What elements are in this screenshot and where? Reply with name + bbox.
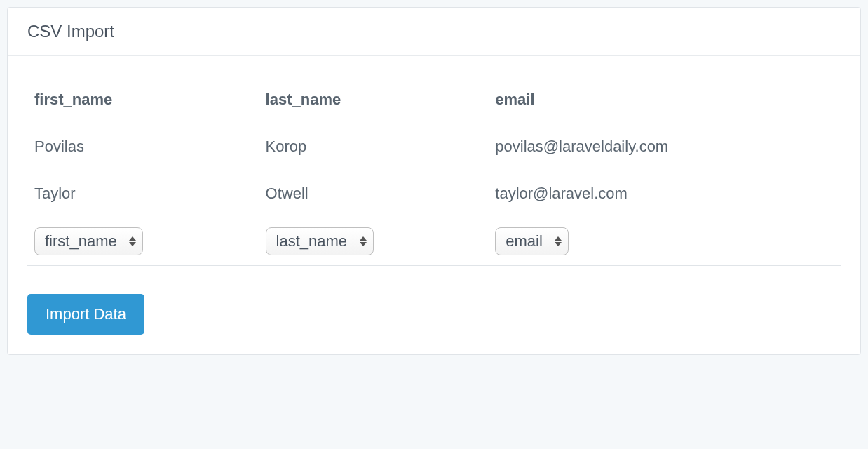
table-cell: taylor@laravel.com	[488, 170, 841, 217]
csv-import-card: CSV Import first_name last_name email Po…	[7, 7, 861, 355]
column-map-select-first-name[interactable]: first_name	[34, 227, 143, 255]
table-row: Taylor Otwell taylor@laravel.com	[27, 170, 841, 217]
card-title: CSV Import	[27, 22, 114, 41]
card-body: first_name last_name email Povilas Korop…	[8, 56, 860, 354]
table-mapping-cell: first_name	[27, 217, 259, 266]
select-wrapper: first_name	[34, 227, 143, 255]
table-mapping-cell: last_name	[259, 217, 489, 266]
select-wrapper: last_name	[266, 227, 374, 255]
table-cell: Otwell	[259, 170, 489, 217]
table-mapping-cell: email	[488, 217, 841, 266]
column-header: email	[488, 76, 841, 123]
table-cell: Povilas	[27, 123, 259, 170]
table-row: Povilas Korop povilas@laraveldaily.com	[27, 123, 841, 170]
table-cell: povilas@laraveldaily.com	[488, 123, 841, 170]
table-cell: Korop	[259, 123, 489, 170]
column-header: first_name	[27, 76, 259, 123]
column-header: last_name	[259, 76, 489, 123]
csv-preview-table: first_name last_name email Povilas Korop…	[27, 76, 841, 266]
select-wrapper: email	[495, 227, 569, 255]
table-cell: Taylor	[27, 170, 259, 217]
card-header: CSV Import	[8, 8, 860, 56]
table-mapping-row: first_name last_name	[27, 217, 841, 266]
table-header-row: first_name last_name email	[27, 76, 841, 123]
column-map-select-email[interactable]: email	[495, 227, 569, 255]
import-data-button[interactable]: Import Data	[27, 294, 144, 335]
column-map-select-last-name[interactable]: last_name	[266, 227, 374, 255]
